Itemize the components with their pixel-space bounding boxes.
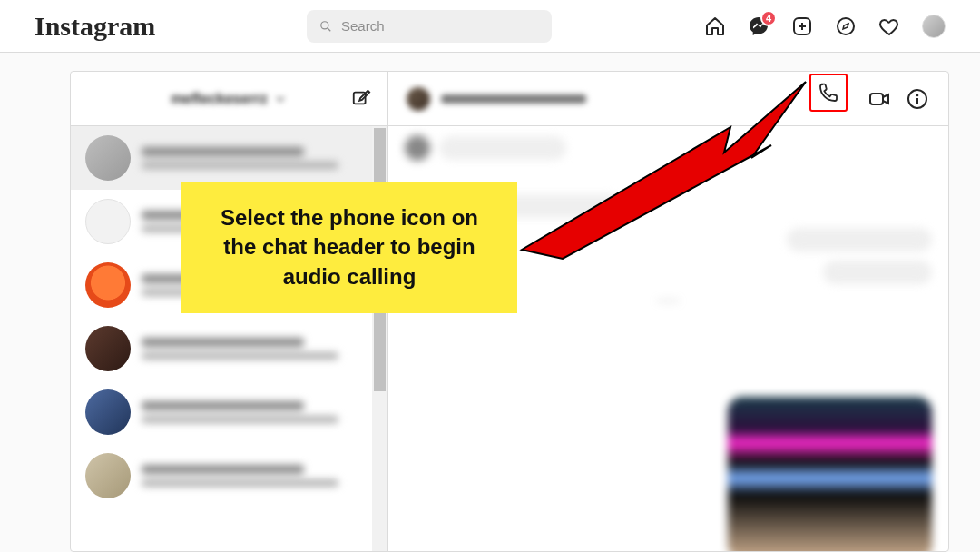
annotation-arrow bbox=[508, 73, 817, 263]
svg-marker-11 bbox=[522, 82, 806, 259]
svg-line-1 bbox=[328, 27, 331, 31]
instagram-logo[interactable]: Instagram bbox=[34, 11, 307, 42]
search-wrap: Search bbox=[307, 10, 552, 43]
video-call-button[interactable] bbox=[867, 86, 892, 112]
explore-icon[interactable] bbox=[835, 15, 857, 37]
compose-icon bbox=[351, 88, 371, 108]
svg-rect-10 bbox=[916, 98, 918, 104]
profile-avatar[interactable] bbox=[922, 15, 946, 38]
thread-item[interactable] bbox=[71, 317, 387, 380]
thread-item[interactable] bbox=[71, 126, 387, 190]
account-username: mefleckeserrz bbox=[171, 91, 268, 107]
chat-header-avatar bbox=[407, 87, 430, 111]
conversation-info-button[interactable] bbox=[905, 86, 930, 112]
thread-item[interactable] bbox=[71, 380, 387, 444]
chat-actions bbox=[816, 80, 930, 118]
nav-icons: 4 bbox=[704, 15, 946, 38]
account-switcher[interactable]: mefleckeserrz bbox=[171, 91, 288, 107]
phone-icon bbox=[818, 82, 839, 104]
photo-message[interactable] bbox=[728, 397, 932, 551]
video-icon bbox=[868, 88, 890, 110]
svg-point-5 bbox=[838, 18, 854, 34]
chevron-down-icon bbox=[273, 92, 288, 106]
dm-left-header: mefleckeserrz bbox=[71, 72, 387, 126]
audio-call-button[interactable] bbox=[816, 80, 841, 105]
new-post-icon[interactable] bbox=[791, 15, 813, 37]
search-input[interactable]: Search bbox=[307, 10, 552, 43]
messenger-badge: 4 bbox=[760, 10, 777, 26]
svg-point-9 bbox=[916, 94, 919, 96]
annotation-callout: Select the phone icon on the chat header… bbox=[181, 182, 517, 313]
top-bar: Instagram Search 4 bbox=[0, 0, 980, 53]
search-placeholder: Search bbox=[341, 18, 385, 34]
info-icon bbox=[906, 88, 928, 110]
home-icon[interactable] bbox=[704, 15, 726, 37]
svg-rect-7 bbox=[870, 94, 883, 104]
thread-item[interactable] bbox=[71, 444, 387, 508]
svg-point-0 bbox=[321, 21, 328, 28]
search-icon bbox=[319, 20, 332, 33]
activity-heart-icon[interactable] bbox=[878, 15, 900, 37]
messenger-icon[interactable]: 4 bbox=[748, 15, 769, 37]
compose-button[interactable] bbox=[351, 88, 371, 108]
